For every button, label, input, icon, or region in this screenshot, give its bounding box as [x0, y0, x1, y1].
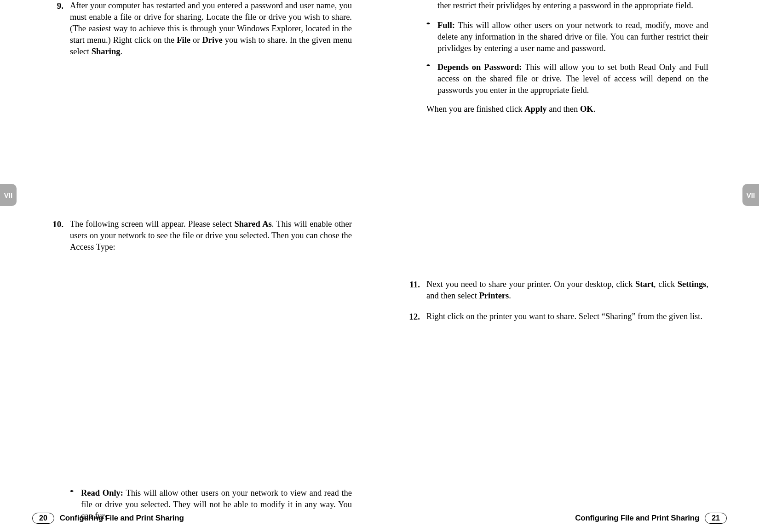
- bold-text: Printers: [479, 291, 509, 300]
- step-9: 9. After your computer has restarted and…: [51, 0, 352, 57]
- bold-text: Start: [635, 280, 654, 289]
- text: or: [190, 35, 202, 45]
- text: and then: [547, 104, 580, 114]
- step-number: 12.: [407, 311, 426, 323]
- image-placeholder: [407, 122, 708, 279]
- bold-text: Drive: [202, 35, 222, 45]
- step-number: 9.: [51, 0, 70, 57]
- bullet-label: Depends on Password:: [437, 63, 522, 72]
- image-placeholder: [51, 262, 352, 487]
- bold-text: Settings: [678, 280, 707, 289]
- step-body: The following screen will appear. Please…: [70, 218, 352, 253]
- right-page: VII ther restrict their privlidges by en…: [380, 0, 759, 532]
- bullet-depends: Depends on Password: This will allow you…: [426, 62, 708, 96]
- bullet-text: This will allow other users on your netw…: [437, 21, 708, 53]
- section-tab-right: VII: [742, 184, 759, 206]
- bold-text: File: [177, 35, 190, 45]
- section-tab-label: VII: [4, 191, 12, 199]
- bold-text: Shared As: [235, 219, 272, 229]
- bullet-icon: [426, 20, 437, 54]
- footer-left: 20 Configuring File and Print Sharing: [32, 513, 184, 524]
- left-page: VII 9. After your computer has restarted…: [0, 0, 380, 532]
- bullet-body: Full: This will allow other users on you…: [437, 20, 708, 54]
- page-spread: VII 9. After your computer has restarted…: [0, 0, 759, 532]
- image-placeholder: [51, 67, 352, 218]
- bullet-label: Full:: [437, 21, 455, 30]
- bold-text: Apply: [524, 104, 546, 114]
- step-number: 11.: [407, 279, 426, 302]
- footer-title: Configuring File and Print Sharing: [60, 514, 184, 523]
- bold-text: Sharing: [92, 47, 121, 56]
- page-number: 21: [705, 513, 727, 524]
- step-11: 11. Next you need to share your printer.…: [407, 279, 708, 302]
- text: .: [120, 47, 122, 56]
- text: .: [593, 104, 596, 114]
- closing-text: When you are finished click Apply and th…: [426, 103, 708, 115]
- footer-right: Configuring File and Print Sharing 21: [575, 513, 727, 524]
- bold-text: OK: [580, 104, 593, 114]
- text: Next you need to share your printer. On …: [426, 280, 635, 289]
- text: .: [509, 291, 511, 300]
- bullet-icon: [426, 62, 437, 96]
- section-tab-left: VII: [0, 184, 17, 206]
- text: When you are finished click: [426, 104, 524, 114]
- bullet-body: Depends on Password: This will allow you…: [437, 62, 708, 96]
- page-number: 20: [32, 513, 54, 524]
- step-body: After your computer has restarted and yo…: [70, 0, 352, 57]
- bullet-full: Full: This will allow other users on you…: [426, 20, 708, 54]
- continuation-text: ther restrict their privlidges by enteri…: [437, 0, 708, 11]
- step-body: Next you need to share your printer. On …: [426, 279, 708, 302]
- step-body: Right click on the printer you want to s…: [426, 311, 708, 323]
- text: The following screen will appear. Please…: [70, 219, 235, 229]
- text: , click: [654, 280, 678, 289]
- step-number: 10.: [51, 218, 70, 253]
- section-tab-label: VII: [747, 191, 755, 199]
- bullet-label: Read Only:: [81, 488, 123, 498]
- footer-title: Configuring File and Print Sharing: [575, 514, 699, 523]
- step-12: 12. Right click on the printer you want …: [407, 311, 708, 323]
- step-10: 10. The following screen will appear. Pl…: [51, 218, 352, 253]
